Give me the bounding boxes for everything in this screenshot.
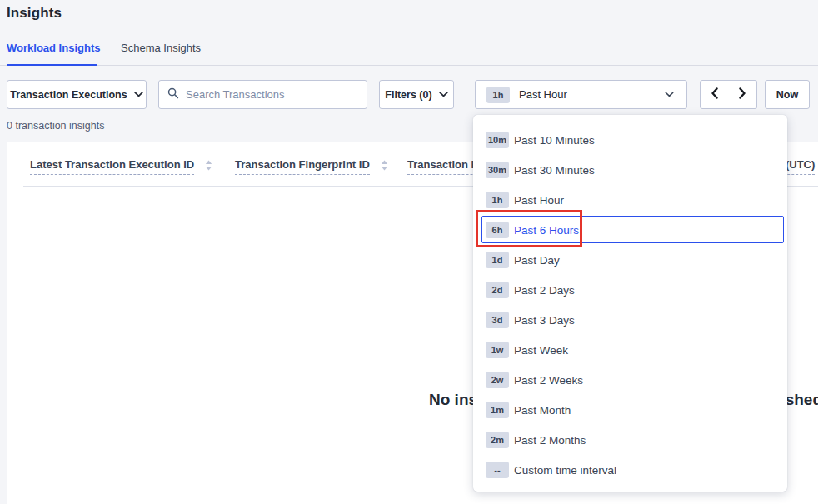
time-option-past-day[interactable]: 1d Past Day	[473, 245, 787, 275]
insights-page: Insights Workload Insights Schema Insigh…	[0, 0, 818, 504]
time-option-badge: 1h	[486, 192, 509, 208]
chevron-left-icon	[711, 87, 719, 102]
entity-type-label: Transaction Executions	[10, 89, 127, 101]
time-interval-select[interactable]: 1h Past Hour	[475, 80, 687, 109]
time-option-badge: 2m	[486, 432, 509, 448]
filters-label: Filters (0)	[385, 89, 431, 101]
time-option-past-30-minutes[interactable]: 30m Past 30 Minutes	[473, 155, 787, 185]
time-option-label: Past 10 Minutes	[514, 134, 595, 147]
active-tab-underline	[7, 64, 97, 66]
sort-icon[interactable]	[205, 160, 212, 171]
time-option-label: Custom time interval	[514, 464, 616, 477]
time-option-label: Past 6 Hours	[514, 224, 579, 237]
time-option-past-hour[interactable]: 1h Past Hour	[473, 185, 787, 215]
column-header-transaction-fingerprint-id[interactable]: Transaction Fingerprint ID	[235, 158, 388, 175]
time-option-badge: --	[486, 462, 509, 478]
time-option-custom-time-interval[interactable]: -- Custom time interval	[473, 455, 787, 485]
insights-count: 0 transaction insights	[7, 120, 104, 132]
time-interval-badge: 1h	[486, 87, 510, 103]
time-interval-dropdown: 10m Past 10 Minutes 30m Past 30 Minutes …	[473, 115, 787, 492]
search-box[interactable]	[158, 80, 367, 109]
time-option-badge: 1m	[486, 402, 509, 418]
time-option-label: Past 2 Weeks	[514, 374, 583, 387]
tab-workload-insights[interactable]: Workload Insights	[7, 42, 100, 54]
page-title: Insights	[7, 5, 62, 22]
chevron-down-icon	[439, 92, 448, 97]
time-option-badge: 6h	[486, 222, 509, 238]
time-option-past-3-days[interactable]: 3d Past 3 Days	[473, 305, 787, 335]
filters-button[interactable]: Filters (0)	[379, 80, 454, 109]
time-option-label: Past Hour	[514, 194, 564, 207]
time-option-label: Past Week	[514, 344, 568, 357]
time-option-label: Past 2 Months	[514, 434, 586, 447]
time-interval-label: Past Hour	[519, 88, 567, 101]
sort-icon[interactable]	[381, 160, 388, 171]
time-option-badge: 3d	[486, 312, 509, 328]
time-back-button[interactable]	[700, 80, 729, 109]
time-option-label: Past 30 Minutes	[514, 164, 595, 177]
time-option-past-2-months[interactable]: 2m Past 2 Months	[473, 425, 787, 455]
time-option-badge: 2d	[486, 282, 509, 298]
tab-schema-insights[interactable]: Schema Insights	[121, 42, 201, 54]
entity-type-select[interactable]: Transaction Executions	[7, 80, 147, 109]
search-icon	[167, 87, 179, 102]
time-option-past-2-days[interactable]: 2d Past 2 Days	[473, 275, 787, 305]
time-forward-button[interactable]	[728, 80, 757, 109]
search-input[interactable]	[186, 88, 358, 101]
time-option-badge: 1w	[486, 342, 509, 358]
tab-bar: Workload Insights Schema Insights	[0, 38, 818, 66]
now-button[interactable]: Now	[765, 80, 810, 109]
time-option-badge: 30m	[486, 162, 509, 178]
time-option-past-month[interactable]: 1m Past Month	[473, 395, 787, 425]
time-option-label: Past Month	[514, 404, 571, 417]
chevron-right-icon	[738, 87, 746, 102]
time-option-badge: 10m	[486, 132, 509, 148]
time-option-past-6-hours[interactable]: 6h Past 6 Hours	[473, 215, 787, 245]
time-option-label: Past Day	[514, 254, 560, 267]
time-option-label: Past 3 Days	[514, 314, 575, 327]
time-option-past-week[interactable]: 1w Past Week	[473, 335, 787, 365]
time-option-past-10-minutes[interactable]: 10m Past 10 Minutes	[473, 125, 787, 155]
chevron-down-icon	[134, 92, 143, 97]
time-option-label: Past 2 Days	[514, 284, 575, 297]
time-option-badge: 1d	[486, 252, 509, 268]
time-option-badge: 2w	[486, 372, 509, 388]
column-header-latest-transaction-execution-id[interactable]: Latest Transaction Execution ID	[30, 158, 212, 175]
time-option-past-2-weeks[interactable]: 2w Past 2 Weeks	[473, 365, 787, 395]
column-label: Transaction Fingerprint ID	[235, 158, 370, 175]
column-label: Latest Transaction Execution ID	[30, 158, 194, 175]
chevron-down-icon	[665, 92, 674, 97]
